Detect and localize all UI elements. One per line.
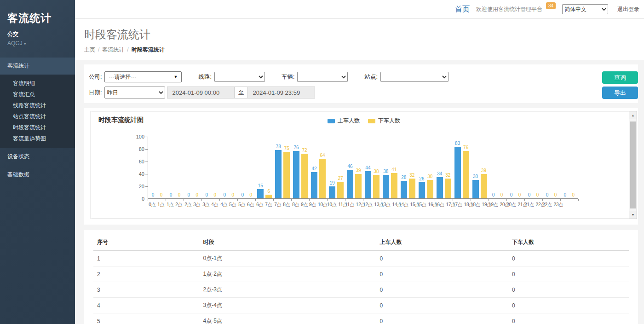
date-from-input[interactable] bbox=[167, 87, 235, 98]
bar-group-3: 00 bbox=[202, 137, 220, 198]
bar-column: 0 bbox=[176, 137, 182, 198]
x-axis-label-6: 6点-7点 bbox=[255, 202, 273, 208]
welcome-text: 欢迎使用客流统计管理平台 bbox=[476, 6, 542, 13]
sidebar-subitem-0[interactable]: 客流明细 bbox=[0, 78, 75, 89]
bar-column: 0 bbox=[570, 137, 576, 198]
bar bbox=[337, 182, 344, 198]
chevron-down-icon: ▾ bbox=[24, 41, 26, 46]
sidebar-subitem-1[interactable]: 客流汇总 bbox=[0, 89, 75, 100]
bar-value-label: 72 bbox=[302, 148, 307, 153]
sidebar-item-other-0[interactable]: 设备状态 bbox=[0, 148, 75, 166]
bar-group-11: 4639 bbox=[345, 137, 363, 198]
breadcrumb-item-1[interactable]: 客流统计 bbox=[102, 46, 124, 53]
x-axis-label-22: 22点-23点 bbox=[542, 202, 560, 208]
bar bbox=[311, 172, 317, 198]
main-area: 首页 欢迎使用客流统计管理平台 34 简体中文 退出登录 时段客流统计 主页/客… bbox=[75, 0, 644, 324]
scrollbar-thumb[interactable] bbox=[630, 122, 636, 208]
table-cell: 0 bbox=[508, 266, 629, 282]
scrollbar-up-arrow[interactable]: ▲ bbox=[629, 112, 637, 119]
bar bbox=[329, 186, 335, 198]
export-button[interactable]: 导出 bbox=[602, 87, 638, 99]
bar-value-label: 0 bbox=[188, 193, 190, 197]
bar-column: 38 bbox=[383, 137, 389, 198]
bar-group-15: 2630 bbox=[417, 137, 435, 198]
bar-column: 0 bbox=[499, 137, 505, 198]
table-row: 54点-5点00 bbox=[93, 313, 629, 324]
bar-column: 0 bbox=[239, 137, 246, 198]
bar-value-label: 0 bbox=[572, 193, 575, 197]
org-code-dropdown[interactable]: AQGJ ▾ bbox=[7, 40, 68, 46]
sidebar-subitem-4[interactable]: 时段客流统计 bbox=[0, 122, 75, 133]
legend-item-boarding[interactable]: 上车人数 bbox=[328, 117, 360, 125]
y-axis-tick-label: 20 bbox=[123, 184, 144, 189]
bar-column: 72 bbox=[301, 137, 308, 198]
bar-column: 39 bbox=[355, 137, 362, 198]
bar-column: 30 bbox=[472, 137, 479, 198]
bar-column: 75 bbox=[283, 137, 290, 198]
bar-column: 0 bbox=[517, 137, 523, 198]
chart-scrollbar[interactable]: ▲ ▼ bbox=[629, 111, 637, 219]
bar-column: 0 bbox=[150, 137, 156, 198]
bar-group-17: 8376 bbox=[453, 137, 471, 198]
y-axis-tick-label: 40 bbox=[123, 171, 144, 177]
bar-column: 0 bbox=[508, 137, 515, 198]
bar-value-label: 34 bbox=[437, 172, 442, 176]
x-axis-label-14: 14点-15点 bbox=[399, 202, 417, 208]
table-cell: 0点-1点 bbox=[199, 250, 376, 266]
y-axis-tick-label: 80 bbox=[123, 146, 144, 152]
table-cell: 3 bbox=[93, 282, 199, 298]
bar-group-20: 00 bbox=[506, 137, 524, 198]
sidebar-item-other-1[interactable]: 基础数据 bbox=[0, 166, 75, 184]
vehicle-select[interactable] bbox=[297, 72, 348, 82]
line-select[interactable] bbox=[214, 72, 265, 82]
bar-column: 83 bbox=[454, 137, 461, 198]
y-axis-tick-label: 60 bbox=[123, 159, 144, 164]
table-column-header-3: 下车人数 bbox=[508, 235, 629, 250]
date-preset-select[interactable]: 昨日 bbox=[104, 87, 165, 98]
table-row: 10点-1点00 bbox=[93, 250, 629, 266]
sidebar-subitem-5[interactable]: 客流量趋势图 bbox=[0, 133, 75, 144]
bar bbox=[437, 177, 443, 198]
x-axis-label-2: 2点-3点 bbox=[184, 202, 201, 208]
x-axis-label-11: 11点-12点 bbox=[345, 202, 363, 208]
bar bbox=[472, 180, 479, 199]
table-cell: 2点-3点 bbox=[199, 282, 376, 298]
bar-column: 41 bbox=[391, 137, 397, 198]
bar-column: 39 bbox=[481, 137, 487, 198]
date-range-separator: 至 bbox=[235, 87, 247, 98]
breadcrumb-item-0[interactable]: 主页 bbox=[84, 46, 95, 53]
bar-group-19: 00 bbox=[489, 137, 506, 198]
breadcrumb-separator: / bbox=[98, 46, 99, 53]
bar-value-label: 75 bbox=[284, 146, 289, 151]
sidebar-subitem-3[interactable]: 站点客流统计 bbox=[0, 111, 75, 122]
bar bbox=[427, 180, 433, 199]
x-axis-label-19: 19点-20点 bbox=[489, 202, 506, 208]
legend-label-alighting: 下车人数 bbox=[378, 117, 400, 125]
legend-item-alighting[interactable]: 下车人数 bbox=[368, 117, 400, 125]
date-to-input[interactable] bbox=[247, 87, 315, 98]
sidebar-subitem-2[interactable]: 线路客流统计 bbox=[0, 100, 75, 111]
org-code-label: AQGJ bbox=[7, 40, 23, 46]
bar-column: 0 bbox=[230, 137, 236, 198]
company-select[interactable]: ---请选择--- ▼ bbox=[104, 71, 182, 82]
sidebar-item-passenger-stats[interactable]: 客流统计 bbox=[0, 58, 75, 75]
bar-group-22: 00 bbox=[542, 137, 560, 198]
table-cell: 0 bbox=[376, 250, 509, 266]
table-cell: 4 bbox=[93, 298, 199, 313]
bar-value-label: 0 bbox=[546, 193, 549, 197]
home-link[interactable]: 首页 bbox=[455, 5, 470, 14]
bar-value-label: 39 bbox=[356, 168, 361, 173]
bar bbox=[409, 179, 415, 198]
scrollbar-down-arrow[interactable]: ▼ bbox=[629, 211, 637, 218]
x-axis-label-10: 10点-11点 bbox=[327, 202, 345, 208]
station-select[interactable] bbox=[380, 72, 448, 82]
table-cell: 0 bbox=[508, 313, 629, 324]
logout-link[interactable]: 退出登录 bbox=[617, 6, 639, 13]
bar bbox=[391, 173, 397, 198]
x-axis-label-16: 16点-17点 bbox=[435, 202, 453, 208]
search-button[interactable]: 查询 bbox=[602, 71, 638, 84]
bar bbox=[319, 159, 326, 198]
bar bbox=[365, 171, 371, 198]
brand-block: 客流统计 公交 AQGJ ▾ bbox=[0, 0, 75, 46]
language-select[interactable]: 简体中文 bbox=[562, 4, 608, 14]
